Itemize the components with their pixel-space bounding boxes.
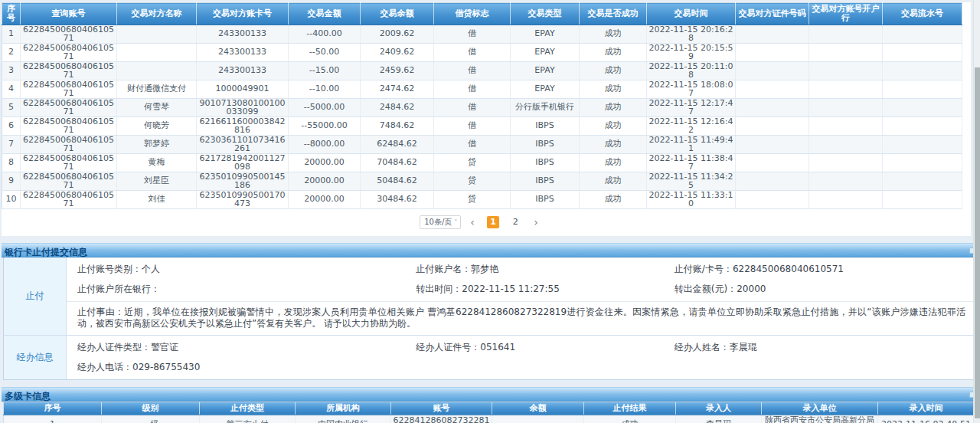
table-cell: 1 xyxy=(4,415,102,423)
table-cell: 2022-11-15 18:08:07 xyxy=(647,80,736,99)
column-header: 序号 xyxy=(4,402,102,415)
column-header: 止付结果 xyxy=(584,402,676,415)
scrollbar-thumb[interactable] xyxy=(975,67,980,418)
table-cell: 70484.62 xyxy=(361,154,434,172)
table-cell: EPAY xyxy=(511,62,580,80)
table-cell: 成功 xyxy=(580,117,647,136)
table-cell: 50484.62 xyxy=(361,172,434,191)
table-cell xyxy=(809,99,883,117)
table-cell xyxy=(883,191,962,209)
table-cell xyxy=(809,154,883,172)
table-cell: --5000.00 xyxy=(289,99,361,117)
chevron-down-icon: ˅ xyxy=(454,219,457,226)
stop-payment-reason-text: 止付事由：近期，我单位在接报刘妮被骗警情中，发现涉案人员利用贵单位相关账户 曹鸿… xyxy=(67,301,973,335)
page-size-label: 10条/页 xyxy=(424,218,452,226)
table-cell: 李晨琨 xyxy=(676,415,762,423)
table-cell xyxy=(809,62,883,80)
table-cell: 借 xyxy=(434,80,511,99)
column-header: 交易流水号 xyxy=(883,3,962,25)
agent-name-field: 经办人姓名：李晨琨 xyxy=(675,343,969,352)
table-cell: 何晓芳 xyxy=(117,117,197,136)
vertical-scrollbar[interactable] xyxy=(973,0,980,423)
table-cell: 6217281942001127098 xyxy=(197,154,289,172)
table-cell: 成功 xyxy=(584,415,676,423)
table-row: 96228450068040610571刘星臣62350109905001451… xyxy=(2,172,962,191)
table-cell: 4 xyxy=(2,80,21,99)
table-cell: --8000.00 xyxy=(289,136,361,154)
table-row: 46228450068040610571财付通微信支付1000049901--1… xyxy=(2,80,962,99)
column-header: 余额 xyxy=(492,402,584,415)
column-header: 交易对方账卡号 xyxy=(197,3,289,25)
table-cell: 6228450068040610571 xyxy=(21,191,117,209)
multi-card-section-title: 多级卡信息 xyxy=(2,390,51,403)
table-cell: 9 xyxy=(2,172,21,191)
table-row: 56228450068040610571何雪琴90107130801001000… xyxy=(2,99,962,117)
table-cell: 30484.62 xyxy=(361,191,434,209)
column-header: 录入人 xyxy=(676,402,762,415)
column-header: 录入单位 xyxy=(762,402,878,415)
column-header: 录入时间 xyxy=(878,402,975,415)
table-cell: 成功 xyxy=(580,191,647,209)
stop-card-number-field: 止付账/卡号：6228450068040610571 xyxy=(675,264,969,274)
table-row: 26228450068040610571243300133--50.002409… xyxy=(2,44,962,62)
table-cell: 借 xyxy=(434,99,511,117)
table-cell: --400.00 xyxy=(289,25,361,44)
multi-card-section-header: 多级卡信息 xyxy=(2,387,980,402)
table-cell: 20000.00 xyxy=(289,154,361,172)
table-cell: 6228450068040610571 xyxy=(21,80,117,99)
table-cell: 黄梅 xyxy=(117,154,197,172)
table-cell: 何雪琴 xyxy=(117,99,197,117)
table-cell: 6228450068040610571 xyxy=(21,62,117,80)
pagination-bar: 10条/页˅ ‹ 1 2 › xyxy=(2,209,962,234)
transfer-amount-field: 转出金额(元)：20000 xyxy=(675,284,969,294)
table-cell xyxy=(736,80,809,99)
table-row: 76228450068040610571郭梦婷62303611010734162… xyxy=(2,136,962,154)
table-cell xyxy=(736,191,809,209)
column-header: 查询账号 xyxy=(21,3,117,25)
table-cell: 243300133 xyxy=(197,44,289,62)
stop-account-bank-field: 止付账户所在银行： xyxy=(77,284,416,294)
table-cell xyxy=(883,62,962,80)
page-size-select[interactable]: 10条/页˅ xyxy=(420,215,461,229)
table-cell: IBPS xyxy=(511,136,580,154)
table-cell: 20000.00 xyxy=(289,172,361,191)
table-cell: 243300133 xyxy=(197,25,289,44)
table-cell: 分行版手机银行 xyxy=(511,99,580,117)
table-cell: 成功 xyxy=(580,136,647,154)
table-cell: EPAY xyxy=(511,25,580,44)
table-cell: 20000.00 xyxy=(289,191,361,209)
table-cell: 2022-11-15 11:38:47 xyxy=(647,154,736,172)
table-cell: 郭梦婷 xyxy=(117,136,197,154)
agent-phone-field: 经办人电话：029-86755430 xyxy=(77,362,416,372)
prev-page-button[interactable]: ‹ xyxy=(470,217,475,228)
table-cell: 2022-11-15 20:11:08 xyxy=(647,62,736,80)
table-cell: 8 xyxy=(2,154,21,172)
table-cell: 刘星臣 xyxy=(117,172,197,191)
table-row: 66228450068040610571何晓芳62166116000038428… xyxy=(2,117,962,136)
multi-card-table: 序号级别止付类型所属机构账号余额止付结果录入人录入单位录入时间1一级第三方止付中… xyxy=(3,402,975,423)
table-cell: 6228412860827322819 xyxy=(391,415,492,423)
table-cell xyxy=(492,415,584,423)
stop-payment-section-header: 银行卡止付提交信息 xyxy=(2,243,980,257)
column-header: 交易余额 xyxy=(361,3,434,25)
table-cell: 贷 xyxy=(434,191,511,209)
page-button-2[interactable]: 2 xyxy=(509,216,521,228)
next-page-button[interactable]: › xyxy=(534,217,538,228)
table-cell xyxy=(883,117,962,136)
table-cell: 借 xyxy=(434,44,511,62)
agent-cert-type-field: 经办人证件类型：警官证 xyxy=(77,343,416,352)
column-header: 交易对方账号开户行 xyxy=(809,3,883,25)
table-cell: 6228450068040610571 xyxy=(21,136,117,154)
table-cell: 成功 xyxy=(580,25,647,44)
table-cell: 6228450068040610571 xyxy=(21,117,117,136)
page-button-1[interactable]: 1 xyxy=(487,216,499,228)
table-cell: 成功 xyxy=(580,62,647,80)
table-cell xyxy=(117,25,197,44)
table-cell: 3 xyxy=(2,62,21,80)
table-cell xyxy=(809,80,883,99)
table-cell: 借 xyxy=(434,25,511,44)
table-cell: --50.00 xyxy=(289,44,361,62)
table-cell: 5 xyxy=(2,99,21,117)
column-header: 账号 xyxy=(391,402,492,415)
table-cell: IBPS xyxy=(511,172,580,191)
